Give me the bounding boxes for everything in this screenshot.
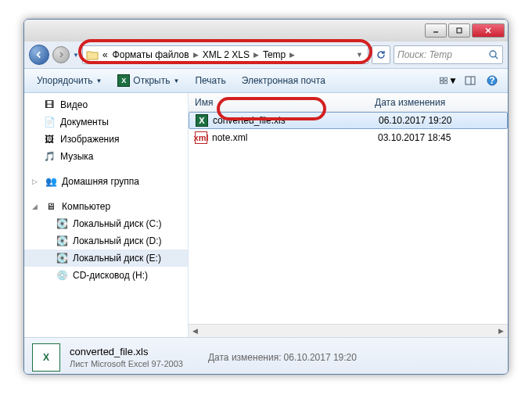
sidebar-item-pictures[interactable]: 🖼Изображения bbox=[24, 131, 188, 148]
view-button[interactable]: ▼ bbox=[439, 71, 458, 90]
preview-pane-button[interactable] bbox=[461, 71, 480, 90]
sidebar-item-music[interactable]: 🎵Музыка bbox=[24, 148, 188, 165]
file-row[interactable]: X converted_file.xls 06.10.2017 19:20 bbox=[189, 112, 508, 129]
file-row[interactable]: xml note.xml 03.10.2017 18:45 bbox=[189, 129, 508, 146]
svg-text:?: ? bbox=[489, 75, 494, 86]
collapse-icon[interactable]: ◢ bbox=[32, 203, 40, 210]
close-button[interactable] bbox=[472, 23, 505, 38]
open-button[interactable]: XОткрыть▼ bbox=[111, 71, 185, 90]
explorer-body: 🎞Видео 📄Документы 🖼Изображения 🎵Музыка ▷… bbox=[24, 93, 508, 337]
search-input[interactable]: Поиск: Temp bbox=[394, 45, 503, 64]
address-bar[interactable]: « Форматы файлов ▶ XML 2 XLS ▶ Temp ▶ ▼ bbox=[82, 45, 368, 64]
breadcrumb-sep: ▶ bbox=[192, 51, 200, 59]
svg-rect-10 bbox=[466, 77, 475, 84]
details-modified-value: 06.10.2017 19:20 bbox=[284, 352, 357, 363]
explorer-window: ▼ « Форматы файлов ▶ XML 2 XLS ▶ Temp ▶ … bbox=[23, 19, 509, 375]
details-modified-label: Дата изменения: bbox=[208, 352, 282, 363]
file-type-icon: X bbox=[32, 343, 60, 372]
svg-rect-8 bbox=[440, 81, 444, 84]
excel-icon: X bbox=[117, 74, 130, 87]
sidebar-item-drive-c[interactable]: 💽Локальный диск (C:) bbox=[24, 215, 188, 232]
music-icon: 🎵 bbox=[43, 150, 56, 163]
sidebar-item-homegroup[interactable]: ▷👥Домашняя группа bbox=[24, 173, 188, 190]
computer-icon: 🖥 bbox=[45, 200, 57, 213]
file-name: converted_file.xls bbox=[213, 115, 372, 126]
email-button[interactable]: Электронная почта bbox=[235, 71, 332, 90]
details-filetype: Лист Microsoft Excel 97-2003 bbox=[70, 359, 183, 368]
maximize-button[interactable] bbox=[448, 23, 470, 38]
cd-icon: 💿 bbox=[56, 269, 68, 282]
sidebar-item-computer[interactable]: ◢🖥Компьютер bbox=[24, 198, 188, 215]
forward-button[interactable] bbox=[52, 46, 70, 63]
titlebar bbox=[24, 20, 508, 41]
scroll-left-icon[interactable]: ◀ bbox=[189, 325, 202, 337]
xml-icon: xml bbox=[195, 131, 207, 144]
help-button[interactable]: ? bbox=[483, 71, 501, 90]
svg-rect-1 bbox=[457, 28, 462, 33]
search-placeholder: Поиск: Temp bbox=[397, 49, 452, 60]
navbar: ▼ « Форматы файлов ▶ XML 2 XLS ▶ Temp ▶ … bbox=[24, 41, 508, 68]
sidebar-item-drive-e[interactable]: 💽Локальный диск (E:) bbox=[24, 250, 188, 267]
breadcrumb-1[interactable]: Форматы файлов bbox=[110, 49, 192, 60]
content-area: Имя Дата изменения X converted_file.xls … bbox=[189, 93, 508, 337]
file-list[interactable]: X converted_file.xls 06.10.2017 19:20 xm… bbox=[189, 112, 508, 324]
refresh-button[interactable] bbox=[372, 45, 390, 64]
folder-icon bbox=[86, 49, 100, 60]
svg-line-5 bbox=[495, 56, 498, 59]
file-name: note.xml bbox=[212, 132, 372, 143]
video-icon: 🎞 bbox=[43, 99, 56, 111]
details-pane: X converted_file.xls Лист Microsoft Exce… bbox=[24, 337, 508, 375]
xls-icon: X bbox=[196, 114, 208, 127]
horizontal-scrollbar[interactable]: ◀ ▶ bbox=[189, 324, 508, 337]
expand-icon[interactable]: ▷ bbox=[32, 178, 40, 185]
breadcrumb-sep: ▶ bbox=[252, 51, 261, 59]
breadcrumb-prefix: « bbox=[100, 49, 110, 60]
homegroup-icon: 👥 bbox=[45, 175, 57, 188]
sidebar-item-video[interactable]: 🎞Видео bbox=[24, 96, 188, 113]
drive-icon: 💽 bbox=[56, 235, 68, 247]
drive-icon: 💽 bbox=[56, 252, 68, 264]
back-button[interactable] bbox=[29, 45, 49, 65]
drive-icon: 💽 bbox=[56, 217, 68, 230]
column-headers: Имя Дата изменения bbox=[189, 93, 508, 112]
column-name[interactable]: Имя bbox=[189, 97, 368, 108]
minimize-button[interactable] bbox=[425, 23, 447, 38]
breadcrumb-3[interactable]: Temp bbox=[261, 49, 288, 60]
sidebar[interactable]: 🎞Видео 📄Документы 🖼Изображения 🎵Музыка ▷… bbox=[24, 93, 189, 337]
file-date: 03.10.2017 18:45 bbox=[372, 132, 473, 143]
breadcrumb-sep: ▶ bbox=[288, 51, 297, 59]
sidebar-item-drive-d[interactable]: 💽Локальный диск (D:) bbox=[24, 232, 188, 250]
toolbar: Упорядочить▼ XОткрыть▼ Печать Электронна… bbox=[24, 68, 508, 93]
organize-button[interactable]: Упорядочить▼ bbox=[31, 71, 108, 90]
svg-rect-6 bbox=[440, 77, 444, 80]
history-dropdown[interactable]: ▼ bbox=[73, 52, 79, 59]
details-filename: converted_file.xls bbox=[70, 346, 183, 357]
documents-icon: 📄 bbox=[43, 116, 56, 128]
file-date: 06.10.2017 19:20 bbox=[372, 115, 474, 126]
print-button[interactable]: Печать bbox=[189, 71, 232, 90]
breadcrumb-2[interactable]: XML 2 XLS bbox=[200, 49, 252, 60]
scroll-right-icon[interactable]: ▶ bbox=[494, 325, 508, 337]
svg-rect-9 bbox=[444, 81, 448, 84]
column-modified[interactable]: Дата изменения bbox=[368, 97, 470, 108]
pictures-icon: 🖼 bbox=[43, 133, 56, 145]
sidebar-item-drive-h[interactable]: 💿CD-дисковод (H:) bbox=[24, 267, 188, 284]
address-dropdown[interactable]: ▼ bbox=[354, 51, 365, 59]
sidebar-item-documents[interactable]: 📄Документы bbox=[24, 113, 188, 131]
search-icon bbox=[488, 49, 499, 60]
svg-point-4 bbox=[490, 51, 496, 57]
svg-rect-7 bbox=[444, 77, 448, 80]
